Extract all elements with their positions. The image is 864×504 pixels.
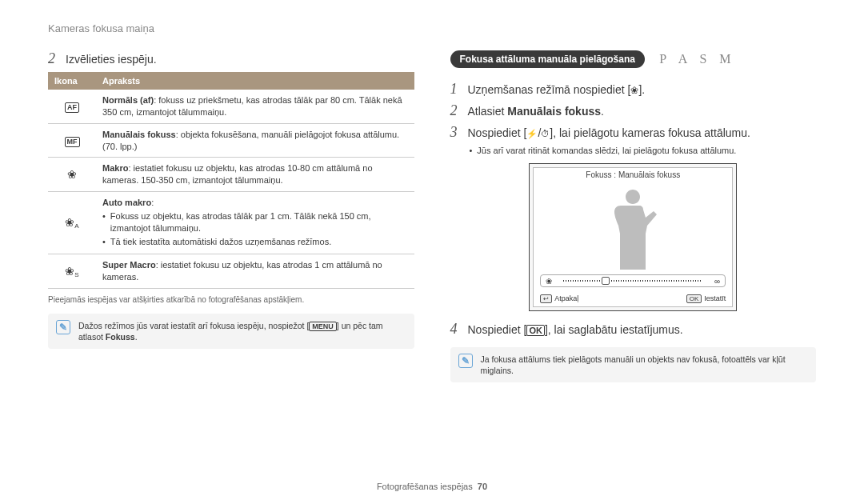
back-button[interactable]: ↩Atpakaļ [540,294,578,303]
slider-thumb[interactable] [602,277,610,285]
section-pill: Fokusa attāluma manuāla pielāgošana [450,50,645,68]
desc-cell-amacro: Auto makro: Fokuss uz objektu, kas atrod… [96,192,414,254]
note-text: Ja fokusa attālums tiek pielāgots manuāl… [481,354,809,376]
slider-right-icon: ∞ [714,277,720,286]
two-column-layout: 2 Izvēlieties iespēju. Ikona Apraksts AF… [48,50,816,382]
preview-title: Fokuss : Manuālais fokuss [534,168,732,182]
bolt-icon [526,126,538,139]
step-4: 4 Nospiediet [OK], lai saglabātu iestatī… [450,321,817,338]
step-1: 1 Uzņemšanas režīmā nospiediet [❀]. [450,81,817,98]
flower-icon: ❀ [65,216,74,229]
ok-key-icon: OK [526,325,545,336]
ok-key-icon: OK [686,294,702,303]
step-2: 2 Izvēlieties iespēju. [48,50,414,67]
availability-footnote: Pieejamās iespējas var atšķirties atkarī… [48,295,414,304]
flower-icon: ❀ [65,265,74,278]
note-box-left: ✎ Dažos režīmos jūs varat iestatīt arī f… [48,314,414,349]
th-icon: Ikona [48,72,96,90]
set-button[interactable]: OKIestatīt [686,294,726,303]
slider-scale [563,280,702,282]
step-number: 2 [450,102,468,119]
desc-cell-smacro: Super Macro: iestatiet fokusu uz objektu… [96,254,414,289]
timer-icon [541,126,550,139]
person-silhouette-icon [609,190,657,270]
step-number: 3 [450,124,468,141]
icon-cell-amacro: ❀A [48,192,96,254]
th-desc: Apraksts [96,72,414,90]
step-text: Izvēlieties iespēju. [66,53,157,66]
icon-cell-mf: MF [48,123,96,158]
desc-cell-mf: Manuālais fokuss: objekta fokusēšana, ma… [96,123,414,158]
step-text: Nospiediet [/], lai pielāgotu kameras fo… [468,126,750,139]
preview-bottom-bar: ↩Atpakaļ OKIestatīt [534,292,732,306]
icon-cell-smacro: ❀S [48,254,96,289]
step-3-sub: Jūs arī varat ritināt komandas slēdzi, l… [470,146,817,155]
camera-preview: Fokuss : Manuālais fokuss ❀ ∞ ↩Atpakaļ O… [529,163,737,311]
step-text: Uzņemšanas režīmā nospiediet [❀]. [468,83,646,96]
step-3: 3 Nospiediet [/], lai pielāgotu kameras … [450,124,817,141]
right-column: Fokusa attāluma manuāla pielāgošana P A … [450,50,817,382]
step-2r: 2 Atlasiet Manuālais fokuss. [450,102,817,119]
left-column: 2 Izvēlieties iespēju. Ikona Apraksts AF… [48,50,414,382]
step-text: Atlasiet Manuālais fokuss. [468,105,604,118]
back-key-icon: ↩ [540,294,552,303]
info-icon: ✎ [56,320,70,334]
af-icon: AF [65,102,79,113]
desc-cell-macro: Makro: iestatiet fokusu uz objektu, kas … [96,158,414,192]
preview-figure [534,182,732,270]
desc-cell-af: Normāls (af): fokuss uz priekšmetu, kas … [96,90,414,123]
flower-icon: ❀ [67,168,77,181]
section-heading-row: Fokusa attāluma manuāla pielāgošana P A … [450,50,817,68]
mf-icon: MF [65,137,80,147]
step-number: 2 [48,50,66,67]
menu-key-icon: MENU [309,322,337,331]
page-footer: Fotografēšanas iespējas 70 [0,482,864,491]
focus-options-table: Ikona Apraksts AF Normāls (af): fokuss u… [48,72,414,289]
note-box-right: ✎ Ja fokusa attālums tiek pielāgots manu… [450,347,817,382]
flower-icon: ❀ [630,85,638,96]
note-text: Dažos režīmos jūs varat iestatīt arī fok… [78,320,406,342]
icon-cell-af: AF [48,90,96,123]
slider-left-icon: ❀ [546,277,552,286]
mode-letters: P A S M [659,52,735,66]
icon-cell-macro: ❀ [48,158,96,192]
focus-slider[interactable]: ❀ ∞ [540,274,726,287]
step-number: 1 [450,81,468,98]
info-icon: ✎ [458,354,473,368]
step-number: 4 [450,321,468,338]
step-text: Nospiediet [OK], lai saglabātu iestatīju… [468,323,683,336]
page-header-title: Kameras fokusa maiņa [48,22,816,34]
